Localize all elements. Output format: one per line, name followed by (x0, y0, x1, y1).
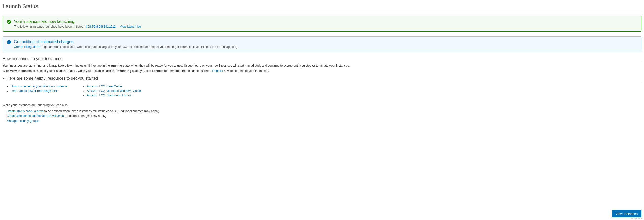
success-body-prefix: The following instance launches have bee… (14, 25, 84, 28)
resource-link-connect-windows[interactable]: How to connect to your Windows instance (11, 84, 67, 88)
p2-c: to monitor your instances' status. Once … (32, 69, 120, 73)
info-alert-body: Create billing alerts to get an email no… (14, 45, 638, 49)
action-rest: to be notified when these instances fail… (43, 109, 159, 113)
p2-a: Click (3, 69, 10, 73)
success-alert-body: The following instance launches have bee… (14, 25, 638, 28)
page-title: Launch Status (3, 3, 641, 11)
action-row: Create and attach additional EBS volumes… (7, 114, 641, 118)
resource-link-free-tier[interactable]: Learn about AWS Free Usage Tier (11, 89, 57, 93)
resources-heading-text: Here are some helpful resources to get y… (7, 76, 98, 81)
success-alert-title: Your instances are now launching (14, 19, 638, 24)
view-launch-log-link[interactable]: View launch log (120, 25, 141, 28)
p1-running: running (111, 64, 122, 67)
p2-e: state, you can (131, 69, 152, 73)
p2-viewinst: View Instances (10, 69, 32, 73)
create-status-alarms-link[interactable]: Create status check alarms (7, 109, 43, 113)
instance-id-link[interactable]: i-0f855a8298191a612 (86, 25, 116, 28)
info-circle-icon (7, 40, 11, 44)
create-billing-alerts-link[interactable]: Create billing alerts (14, 45, 40, 49)
info-alert-title: Get notified of estimated charges (14, 40, 638, 44)
p2-g: to them from the Instances screen. (163, 69, 212, 73)
info-alert-rest: to get an email notification when estima… (41, 45, 238, 49)
create-ebs-volumes-link[interactable]: Create and attach additional EBS volumes (7, 114, 64, 118)
connect-heading: How to connect to your instances (3, 57, 641, 62)
while-launching-actions: Create status check alarms to be notifie… (7, 109, 641, 123)
action-rest: (Additional charges may apply) (64, 114, 106, 118)
svg-rect-2 (9, 42, 9, 43)
resource-link-user-guide[interactable]: Amazon EC2: User Guide (87, 84, 122, 88)
p2-connect: connect (152, 69, 163, 73)
resources-col-1: How to connect to your Windows instance … (6, 83, 67, 98)
resources-col-2: Amazon EC2: User Guide Amazon EC2: Micro… (82, 83, 141, 98)
while-launching-intro: While your instances are launching you c… (3, 103, 641, 107)
manage-security-groups-link[interactable]: Manage security groups (7, 119, 39, 123)
connect-paragraph-2: Click View Instances to monitor your ins… (3, 69, 641, 73)
resources-columns: How to connect to your Windows instance … (6, 83, 641, 98)
connect-paragraph-1: Your instances are launching, and it may… (3, 64, 641, 67)
check-circle-icon (7, 20, 11, 24)
svg-rect-3 (9, 41, 9, 42)
caret-down-icon (3, 78, 5, 79)
p2-h: how to connect to your instances. (224, 69, 269, 73)
find-out-link[interactable]: Find out (212, 69, 223, 73)
action-row: Manage security groups (7, 119, 641, 123)
p1-a: Your instances are launching, and it may… (3, 64, 111, 67)
p1-c: state, when they will be ready for you t… (122, 64, 350, 67)
action-row: Create status check alarms to be notifie… (7, 109, 641, 113)
p2-running: running (120, 69, 131, 73)
billing-info-alert: Get notified of estimated charges Create… (3, 36, 641, 52)
resources-heading[interactable]: Here are some helpful resources to get y… (3, 76, 641, 82)
resource-link-discussion-forum[interactable]: Amazon EC2: Discussion Forum (87, 94, 131, 97)
launch-success-alert: Your instances are now launching The fol… (3, 16, 641, 32)
resource-link-windows-guide[interactable]: Amazon EC2: Microsoft Windows Guide (87, 89, 141, 93)
